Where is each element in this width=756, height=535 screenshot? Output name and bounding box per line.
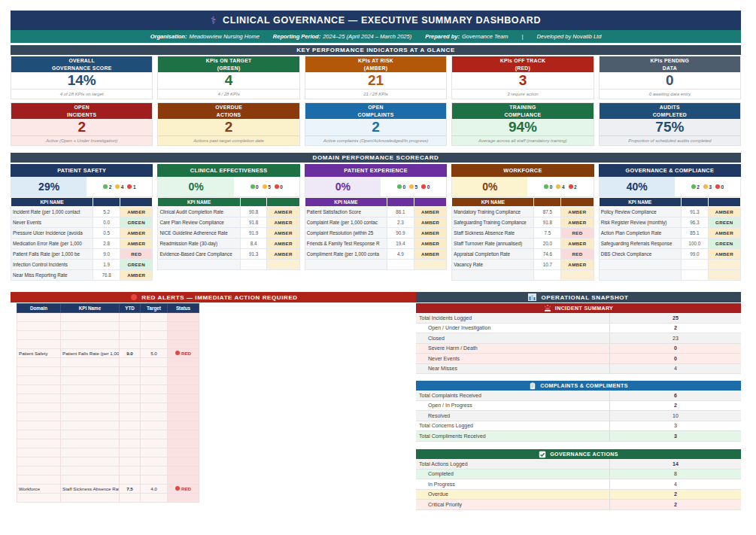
amber-dot-icon — [263, 184, 267, 189]
kpi-name-cell: Staff Turnover Rate (annualised) — [452, 239, 534, 249]
snapshot-row-label: Closed — [416, 333, 609, 343]
kpi-value-cell: 2.3 — [387, 217, 414, 228]
red-alert-row-empty — [17, 367, 199, 376]
legend-red-count: 0 — [280, 184, 283, 190]
kpi-card-title-line2: COMPLIANCE — [505, 111, 542, 118]
kpi-status-cell: AMBER — [561, 207, 594, 217]
domain-rag-legend: 241 — [87, 177, 152, 196]
snapshot-row: Closed23 — [416, 333, 741, 344]
legend-green: 2 — [103, 184, 111, 190]
snapshot-row-value: 4 — [609, 479, 741, 489]
red-alert-row-empty — [17, 385, 199, 394]
kpi-value-cell: 96.3 — [681, 217, 708, 228]
domain-kpi-table: KPI NAMEPatient Satisfaction Score86.1AM… — [305, 197, 447, 270]
kpi-card-header: OPENCOMPLAINTS — [305, 103, 446, 119]
kpi-card-note: 3 require action — [452, 89, 593, 99]
kpi-row: Readmission Rate (30-day)8.4AMBER — [158, 239, 299, 249]
kpi-status-column-header — [267, 198, 299, 207]
kpi-value-cell — [681, 260, 708, 270]
kpi-name-cell — [452, 270, 534, 281]
snapshot-row: Total Complaints Received6 — [416, 391, 741, 401]
domain-kpi-table: KPI NAMEMandatory Training Compliance87.… — [451, 197, 594, 281]
kpi-card-note: Active (Open + Under Investigation) — [11, 135, 152, 145]
kpi-name-cell: Near Miss Reporting Rate — [11, 270, 93, 281]
kpi-value-cell: 85.1 — [681, 228, 708, 239]
domain-panel: PATIENT EXPERIENCE0%050KPI NAMEPatient S… — [305, 164, 447, 270]
kpi-card-header: AUDITSCOMPLETED — [600, 103, 740, 119]
kpi-name-cell: Risk Register Review (monthly) — [599, 217, 681, 228]
kpi-status-cell: AMBER — [561, 260, 594, 270]
kpi-name-cell: DBS Check Compliance — [599, 249, 681, 260]
domain-score: 0% — [452, 177, 527, 196]
kpi-card: KPIs OFF TRACK(RED)33 require action — [451, 56, 594, 99]
kpi-card: AUDITSCOMPLETED75%Proportion of schedule… — [599, 102, 741, 146]
kpi-status-cell: AMBER — [120, 228, 153, 239]
legend-amber: 5 — [409, 184, 417, 190]
green-dot-icon — [544, 184, 548, 189]
snapshot-row: Completed8 — [416, 470, 741, 480]
domain-score-row: 0%050 — [305, 177, 447, 197]
kpi-status-cell: AMBER — [120, 239, 153, 249]
kpi-card-title-line1: KPIs ON TARGET — [206, 57, 252, 64]
kpi-status-cell: RED — [561, 249, 594, 260]
snapshot-row-value: 23 — [609, 333, 741, 343]
kpi-card-title-line1: TRAINING — [509, 104, 536, 111]
kpi-cards-row-1: OVERALLGOVERNANCE SCORE14%4 of 28 KPIs o… — [11, 56, 741, 99]
kpi-name-cell: Friends & Family Test Response R — [305, 239, 387, 249]
snapshot-row-value: 4 — [609, 364, 741, 374]
kpi-card-title-line1: OVERDUE — [215, 104, 242, 111]
legend-amber: 3 — [703, 184, 712, 190]
kpi-status-cell: AMBER — [120, 207, 153, 217]
snapshot-row-label: Total Complaints Received — [416, 391, 609, 400]
red-alerts-header-row: DomainKPI NameYTDTargetStatus — [17, 304, 199, 313]
snapshot-row-label: Completed — [416, 470, 609, 479]
kpi-value-cell: 99.0 — [681, 249, 708, 260]
amber-dot-icon — [409, 184, 414, 189]
snapshot-section-title: INCIDENT SUMMARY — [555, 305, 613, 311]
kpi-status-cell — [414, 260, 446, 270]
kpi-card: OVERDUEACTIONS2Actions past target compl… — [157, 102, 299, 146]
kpi-name-cell: Infection Control Incidents — [11, 260, 93, 270]
kpi-row-empty — [305, 260, 446, 270]
kpi-name-cell: Never Events — [11, 217, 93, 228]
kpi-status-cell: AMBER — [267, 228, 299, 239]
red-alert-row-empty — [17, 494, 199, 503]
kpi-row: Policy Review Compliance91.3AMBER — [599, 207, 740, 217]
red-dot-icon — [569, 184, 573, 189]
red-alert-row: Patient SafetyPatient Falls Rate (per 1,… — [17, 349, 199, 358]
snapshot-row: Open / In Progress2 — [416, 401, 741, 412]
snapshot-section-banner: COMPLAINTS & COMPLIMENTS — [416, 381, 741, 391]
snapshot-row: Total Incidents Logged25 — [416, 313, 741, 324]
kpi-card-header: KPIs OFF TRACK(RED) — [452, 56, 593, 72]
red-alert-row-empty — [17, 430, 199, 439]
kpi-card-title-line1: AUDITS — [660, 104, 680, 111]
snapshot-row-label: Total Actions Logged — [416, 459, 609, 469]
bar-chart-icon — [528, 293, 536, 301]
kpi-name-cell: Complaint Rate (per 1,000 contac — [305, 217, 387, 228]
kpi-name-cell: Care Plan Review Compliance — [158, 217, 240, 228]
domain-header: GOVERNANCE & COMPLIANCE — [599, 164, 741, 177]
kpi-row-empty — [452, 270, 594, 281]
snapshot-row-label: Resolved — [416, 411, 609, 421]
kpi-status-column-header — [120, 198, 153, 207]
kpi-card-header: TRAININGCOMPLIANCE — [452, 103, 593, 119]
alert-target-cell: 4.0 — [141, 485, 168, 494]
alert-ytd-cell: 7.5 — [120, 485, 141, 494]
kpi-status-cell — [561, 270, 594, 281]
kpi-row: Complaint Resolution (within 2590.9AMBER — [305, 228, 446, 239]
kpi-value-column-header — [240, 198, 267, 207]
amber-dot-icon — [115, 184, 120, 189]
legend-amber: 5 — [263, 184, 271, 190]
kpi-status-column-header — [561, 198, 594, 207]
snapshot-row-value: 0 — [609, 354, 741, 363]
snapshot-row: Total Concerns Logged3 — [416, 421, 741, 432]
kpi-row: Risk Register Review (monthly)96.3GREEN — [599, 217, 740, 228]
domain-rag-legend: 050 — [381, 177, 446, 196]
kpi-value-cell: 9.0 — [93, 249, 120, 260]
developed-by-meta: Developed by Novatib Ltd — [536, 33, 601, 40]
kpi-status-cell: GREEN — [120, 260, 153, 270]
kpi-status-cell: AMBER — [414, 239, 446, 249]
kpi-value-cell: 91.3 — [240, 249, 267, 260]
kpi-status-column-header — [708, 198, 740, 207]
domain-rag-legend: 230 — [675, 177, 740, 196]
